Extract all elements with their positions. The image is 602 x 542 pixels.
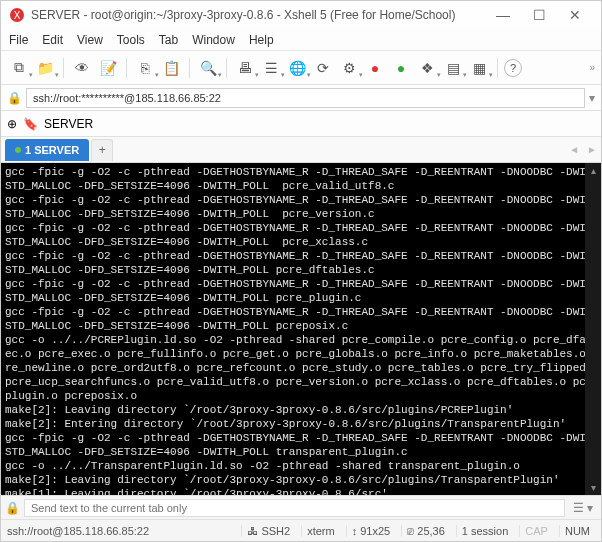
tab-row: 1 SERVER + ◄ ►	[1, 137, 601, 163]
status-sessions: 1 session	[456, 525, 513, 537]
close-button[interactable]: ✕	[557, 3, 593, 27]
toolbar: ⧉ 📁 👁 📝 ⎘ 📋 🔍 🖶 ☰ 🌐 ⟳ ⚙ ● ● ❖ ▤ ▦ ? »	[1, 51, 601, 85]
menu-window[interactable]: Window	[192, 33, 235, 47]
lock-icon: 🔒	[7, 91, 22, 105]
paste-icon[interactable]: 📋	[159, 56, 183, 80]
toolbar-overflow-icon[interactable]: »	[585, 62, 595, 73]
scroll-up-icon[interactable]: ▴	[591, 165, 596, 176]
send-mode-dropdown[interactable]: ☰ ▾	[569, 501, 597, 515]
window-titlebar: X SERVER - root@origin:~/3proxy-3proxy-0…	[1, 1, 601, 29]
status-size: ↕ 91x25	[346, 525, 396, 537]
help-icon[interactable]: ?	[504, 59, 522, 77]
address-dropdown-icon[interactable]: ▾	[589, 91, 595, 105]
tab-status-dot-icon	[15, 147, 21, 153]
app-menu-icon[interactable]: ❖	[415, 56, 439, 80]
tab-label: 1 SERVER	[25, 144, 79, 156]
menu-view[interactable]: View	[77, 33, 103, 47]
session-add-icon[interactable]: ⊕	[7, 117, 17, 131]
eye-icon[interactable]: 👁	[70, 56, 94, 80]
status-bar: ssh://root@185.118.66.85:22 🖧 SSH2 xterm…	[1, 519, 601, 541]
tile-icon[interactable]: ▦	[467, 56, 491, 80]
toolbar-separator	[497, 58, 498, 78]
app-icon: X	[9, 7, 25, 23]
print-icon[interactable]: 🖶	[233, 56, 257, 80]
search-icon[interactable]: 🔍	[196, 56, 220, 80]
screen-icon[interactable]: ▤	[441, 56, 465, 80]
tab-next-icon[interactable]: ►	[583, 144, 601, 155]
terminal-output[interactable]: gcc -fpic -g -O2 -c -pthread -DGETHOSTBY…	[1, 163, 585, 495]
address-input[interactable]	[26, 88, 585, 108]
menu-file[interactable]: File	[9, 33, 28, 47]
session-row: ⊕ 🔖 SERVER	[1, 111, 601, 137]
status-cursor: ⎚ 25,36	[401, 525, 450, 537]
status-proto: 🖧 SSH2	[241, 525, 295, 537]
menu-edit[interactable]: Edit	[42, 33, 63, 47]
send-bar: 🔒 ☰ ▾	[1, 495, 601, 519]
svg-text:X: X	[14, 10, 21, 21]
toolbar-separator	[63, 58, 64, 78]
record-icon[interactable]: ●	[363, 56, 387, 80]
folder-icon[interactable]: 📁	[33, 56, 57, 80]
copy-icon[interactable]: ⎘	[133, 56, 157, 80]
status-connection: ssh://root@185.118.66.85:22	[7, 525, 149, 537]
menu-tab[interactable]: Tab	[159, 33, 178, 47]
status-dot-icon[interactable]: ●	[389, 56, 413, 80]
toolbar-separator	[189, 58, 190, 78]
menu-bar: File Edit View Tools Tab Window Help	[1, 29, 601, 51]
tab-server[interactable]: 1 SERVER	[5, 139, 89, 161]
minimize-button[interactable]: —	[485, 3, 521, 27]
status-num: NUM	[559, 525, 595, 537]
terminal-area: gcc -fpic -g -O2 -c -pthread -DGETHOSTBY…	[1, 163, 601, 495]
terminal-scrollbar[interactable]: ▴ ▾	[585, 163, 601, 495]
status-term: xterm	[301, 525, 340, 537]
scroll-down-icon[interactable]: ▾	[591, 482, 596, 493]
session-label[interactable]: SERVER	[44, 117, 93, 131]
address-bar: 🔒 ▾	[1, 85, 601, 111]
note-icon[interactable]: 📝	[96, 56, 120, 80]
send-input[interactable]	[24, 499, 565, 517]
bookmark-icon[interactable]: 🔖	[23, 117, 38, 131]
newtab-icon[interactable]: ⧉	[7, 56, 31, 80]
props-icon[interactable]: ☰	[259, 56, 283, 80]
menu-tools[interactable]: Tools	[117, 33, 145, 47]
tab-prev-icon[interactable]: ◄	[565, 144, 583, 155]
status-cap: CAP	[519, 525, 553, 537]
toolbar-separator	[226, 58, 227, 78]
globe-icon[interactable]: 🌐	[285, 56, 309, 80]
menu-help[interactable]: Help	[249, 33, 274, 47]
toolbar-separator	[126, 58, 127, 78]
maximize-button[interactable]: ☐	[521, 3, 557, 27]
gear-icon[interactable]: ⚙	[337, 56, 361, 80]
send-lock-icon[interactable]: 🔒	[5, 501, 20, 515]
tab-add-button[interactable]: +	[91, 139, 113, 161]
refresh-icon[interactable]: ⟳	[311, 56, 335, 80]
window-title: SERVER - root@origin:~/3proxy-3proxy-0.8…	[31, 8, 485, 22]
